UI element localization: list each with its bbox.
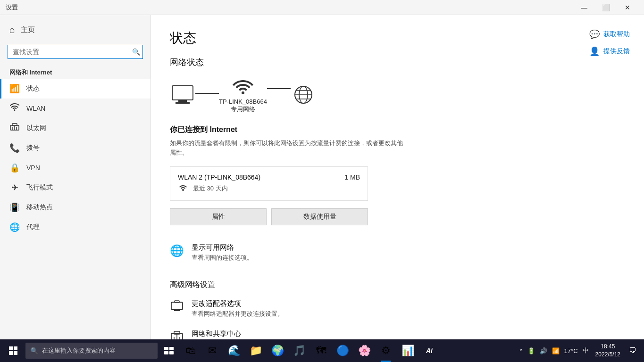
svg-rect-15 — [176, 309, 178, 310]
sidebar-item-ethernet[interactable]: 以太网 — [0, 118, 151, 138]
advanced-section-title: 高级网络设置 — [170, 280, 625, 290]
sidebar-section-label: 网络和 Internet — [0, 65, 151, 79]
clock-time: 18:45 — [601, 343, 615, 351]
svg-rect-24 — [9, 351, 13, 355]
svg-rect-5 — [172, 86, 193, 100]
content-area: 💬 获取帮助 👤 提供反馈 状态 网络状态 — [151, 15, 644, 339]
taskbar-settings-icon[interactable]: ⚙ — [376, 339, 396, 362]
taskbar-mail-icon[interactable]: ✉ — [202, 339, 223, 362]
network-card-row1: WLAN 2 (TP-LINK_08B664) 1 MB — [178, 173, 360, 181]
airplane-icon: ✈ — [9, 182, 20, 193]
taskbar-app1-icon[interactable]: 🎵 — [289, 339, 309, 362]
taskbar-search[interactable]: 🔍 在这里输入你要搜索的内容 — [25, 343, 158, 359]
window-title: 设置 — [6, 3, 18, 12]
svg-rect-6 — [178, 100, 187, 102]
adapter-sub: 查看网络适配器并更改连接设置。 — [192, 310, 284, 318]
tray-expand[interactable]: ^ — [518, 339, 524, 362]
taskbar-app3-icon[interactable]: 🌸 — [354, 339, 375, 362]
minimize-button[interactable]: — — [573, 0, 595, 15]
available-networks-item[interactable]: 🌐 显示可用网络 查看周围的连接选项。 — [170, 239, 625, 266]
chrome-emoji: 🔵 — [336, 345, 349, 357]
network-card-row2: 最近 30 天内 — [178, 183, 360, 194]
sharing-center-item[interactable]: 网络和共享中心 根据所连接的网络，决定要共享的内容。 — [170, 329, 625, 339]
sidebar-item-airplane[interactable]: ✈ 飞行模式 — [0, 178, 151, 197]
connected-title: 你已连接到 Internet — [170, 125, 625, 135]
svg-rect-23 — [14, 346, 17, 350]
vpn-icon: 🔒 — [9, 163, 20, 173]
sharing-title: 网络和共享中心 — [192, 329, 302, 338]
data-usage-button[interactable]: 数据使用量 — [271, 208, 368, 225]
taskbar-edge-icon[interactable]: 🌊 — [224, 339, 244, 362]
sidebar-item-hotspot[interactable]: 📳 移动热点 — [0, 197, 151, 217]
tray-language[interactable]: 中 — [581, 339, 591, 362]
svg-rect-16 — [174, 310, 180, 311]
page-title: 状态 — [170, 29, 625, 47]
get-help-link[interactable]: 💬 获取帮助 — [589, 29, 630, 40]
close-button[interactable]: ✕ — [617, 0, 638, 15]
adapter-options-item[interactable]: 更改适配器选项 查看网络适配器并更改连接设置。 — [170, 299, 625, 318]
wifi-ssid-label: TP-LINK_08B664 专用网络 — [219, 98, 267, 114]
explorer-emoji: 📁 — [250, 345, 262, 357]
app4-emoji: 📊 — [401, 345, 414, 357]
sidebar-item-label: 以太网 — [26, 124, 46, 132]
store-emoji: 🛍 — [185, 345, 196, 357]
maximize-button[interactable]: ⬜ — [595, 0, 617, 15]
temp-label: 17°C — [564, 347, 578, 354]
taskbar-store-icon[interactable]: 🛍 — [180, 339, 201, 362]
sidebar-item-label: 拨号 — [26, 144, 40, 152]
svg-rect-25 — [14, 351, 17, 355]
sidebar-item-wlan[interactable]: WLAN — [0, 99, 151, 118]
sidebar-home-item[interactable]: ⌂ 主页 — [0, 19, 151, 41]
feedback-link[interactable]: 👤 提供反馈 — [589, 46, 630, 57]
globe-icon — [291, 84, 316, 106]
taskbar-chrome-icon[interactable]: 🔵 — [332, 339, 353, 362]
task-view-button[interactable] — [159, 339, 179, 362]
get-help-label: 获取帮助 — [603, 30, 630, 39]
sharing-icon — [170, 330, 184, 339]
notification-button[interactable]: 🗨 — [625, 339, 640, 362]
feedback-label: 提供反馈 — [603, 47, 630, 56]
taskbar-search-icon: 🔍 — [30, 347, 38, 354]
taskbar-app4-icon[interactable]: 📊 — [397, 339, 418, 362]
sidebar-item-vpn[interactable]: 🔒 VPN — [0, 158, 151, 178]
search-icon-button[interactable]: 🔍 — [132, 48, 140, 56]
adapter-icon — [170, 300, 184, 314]
clock-date: 2022/5/12 — [595, 351, 620, 359]
sidebar-item-label: 状态 — [26, 84, 40, 93]
available-net-sub: 查看周围的连接选项。 — [192, 254, 253, 262]
app1-emoji: 🎵 — [293, 345, 306, 357]
proxy-icon: 🌐 — [9, 222, 20, 232]
window-controls: — ⬜ ✕ — [573, 0, 638, 15]
svg-rect-7 — [176, 102, 190, 104]
search-input[interactable] — [8, 45, 143, 59]
svg-rect-18 — [174, 331, 180, 334]
language-label: 中 — [583, 346, 589, 355]
sidebar-item-label: WLAN — [26, 105, 45, 112]
sidebar-item-status[interactable]: 📶 状态 — [0, 79, 151, 99]
ai-label-button[interactable]: Ai — [419, 339, 440, 362]
sidebar-item-proxy[interactable]: 🌐 代理 — [0, 217, 151, 237]
tray-wifi[interactable]: 📶 — [550, 339, 561, 362]
ethernet-icon — [9, 123, 20, 133]
taskbar-explorer-icon[interactable]: 📁 — [245, 339, 266, 362]
adapter-title: 更改适配器选项 — [192, 299, 284, 308]
available-networks-text: 显示可用网络 查看周围的连接选项。 — [192, 243, 253, 262]
properties-button[interactable]: 属性 — [170, 208, 267, 225]
connection-desc: 如果你的流量套餐有限制，则你可以将此网络设置为按流量计费的连接，或者更改其他属性… — [170, 139, 406, 157]
taskbar-app2-icon[interactable]: 🗺 — [310, 339, 331, 362]
sidebar-item-dialup[interactable]: 📞 拨号 — [0, 138, 151, 158]
home-icon: ⌂ — [9, 25, 15, 35]
tray-battery[interactable]: 🔋 — [526, 339, 537, 362]
svg-rect-26 — [164, 347, 168, 350]
adapter-text: 更改适配器选项 查看网络适配器并更改连接设置。 — [192, 299, 284, 318]
tray-speaker[interactable]: 🔊 — [538, 339, 549, 362]
app3-emoji: 🌸 — [358, 345, 371, 357]
start-button[interactable] — [2, 339, 25, 362]
clock[interactable]: 18:45 2022/5/12 — [592, 339, 624, 362]
taskbar-globe-icon[interactable]: 🌍 — [267, 339, 288, 362]
svg-rect-29 — [169, 351, 174, 354]
tray-weather[interactable]: 17°C — [562, 339, 580, 362]
network-card-sub: 最近 30 天内 — [193, 184, 228, 193]
computer-icon — [170, 84, 195, 106]
settings-emoji: ⚙ — [381, 345, 391, 357]
